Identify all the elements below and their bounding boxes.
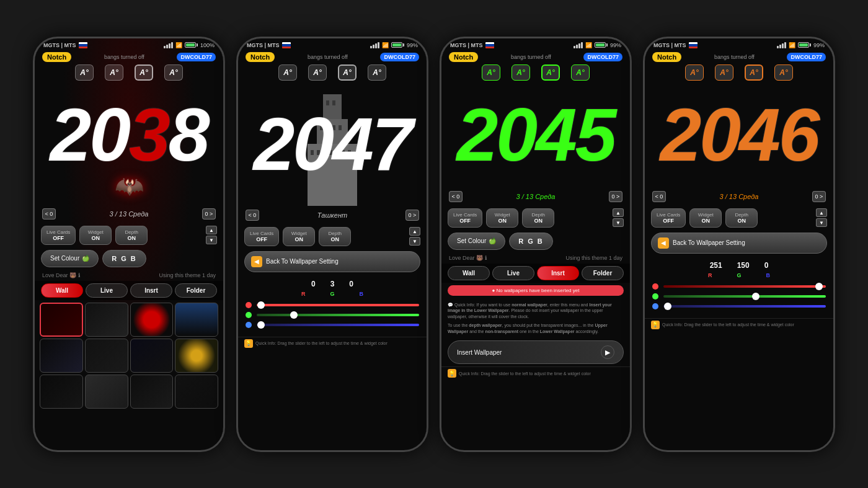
- dwcold-badge-1[interactable]: DWCOLD77: [177, 53, 216, 61]
- insert-wallpaper-btn-3[interactable]: Insert Wallpaper ▶: [448, 340, 624, 364]
- font-icon-1b[interactable]: A°: [105, 64, 123, 81]
- nav-next-4[interactable]: 0 >: [812, 191, 826, 202]
- font-icon-2c[interactable]: A°: [338, 64, 356, 81]
- depth-btn-4[interactable]: Depth ON: [725, 208, 758, 228]
- tab-wall-1[interactable]: Wall: [41, 283, 83, 298]
- dwcold-badge-2[interactable]: DWCOLD77: [380, 53, 419, 61]
- action-row-1: Set Colour 🍏 R G B: [35, 247, 223, 270]
- arrow-down-3[interactable]: ▼: [613, 218, 624, 227]
- thumb-1-12[interactable]: [175, 375, 218, 409]
- nav-prev-1[interactable]: < 0: [42, 208, 56, 220]
- font-icon-2a[interactable]: A°: [278, 64, 297, 81]
- font-icon-1d[interactable]: A°: [164, 64, 183, 81]
- dwcold-badge-3[interactable]: DWCOLD77: [583, 53, 622, 61]
- slider-b-track-4[interactable]: [663, 305, 826, 308]
- dwcold-badge-4[interactable]: DWCOLD77: [787, 53, 826, 61]
- notch-badge-2[interactable]: Notch: [246, 52, 275, 62]
- slider-b-track-2[interactable]: [257, 324, 419, 326]
- g-value-2: 3: [330, 280, 335, 288]
- nav-prev-2[interactable]: < 0: [246, 210, 259, 221]
- font-icon-4b[interactable]: A°: [715, 64, 733, 81]
- thumb-1-8[interactable]: [175, 339, 218, 373]
- font-icon-2d[interactable]: A°: [368, 64, 386, 81]
- rgb-btn-3[interactable]: R G B: [509, 233, 553, 250]
- font-icon-3a[interactable]: A°: [482, 64, 500, 81]
- widget-btn-4[interactable]: Widget ON: [689, 208, 722, 228]
- thumb-1-10[interactable]: [85, 375, 128, 409]
- tab-wall-3[interactable]: Wall: [448, 266, 490, 280]
- tab-insrt-1[interactable]: Insrt: [130, 283, 172, 298]
- live-cards-btn-4[interactable]: Live Cards OFF: [651, 208, 686, 228]
- set-colour-btn-1[interactable]: Set Colour 🍏: [41, 250, 99, 267]
- arrow-up-1[interactable]: ▲: [206, 226, 217, 234]
- thumb-1-1[interactable]: [40, 303, 83, 337]
- slider-r-thumb-2[interactable]: [257, 301, 265, 309]
- nav-prev-3[interactable]: < 0: [449, 191, 463, 202]
- nav-next-2[interactable]: 0 >: [405, 210, 419, 221]
- font-icon-3c[interactable]: A°: [541, 64, 560, 81]
- thumb-1-5[interactable]: [40, 339, 83, 373]
- depth-btn-3[interactable]: Depth ON: [522, 208, 554, 228]
- arrow-down-2[interactable]: ▼: [409, 237, 420, 246]
- thumb-1-7[interactable]: [130, 339, 174, 373]
- live-cards-label-3: Live Cards: [453, 212, 477, 218]
- live-cards-btn-1[interactable]: Live Cards OFF: [41, 226, 76, 245]
- battery-pct-3: 99%: [610, 42, 621, 48]
- slider-g-thumb-4[interactable]: [752, 293, 760, 300]
- thumb-1-3[interactable]: [130, 303, 174, 337]
- notch-badge-4[interactable]: Notch: [652, 52, 681, 62]
- depth-btn-2[interactable]: Depth ON: [319, 227, 351, 246]
- font-icon-4d[interactable]: A°: [774, 64, 793, 81]
- slider-r-thumb-4[interactable]: [815, 283, 823, 290]
- slider-b-thumb-4[interactable]: [664, 303, 671, 310]
- arrow-down-1[interactable]: ▼: [206, 236, 217, 244]
- font-icon-1a[interactable]: A°: [75, 64, 94, 81]
- font-icon-2b[interactable]: A°: [308, 64, 327, 81]
- arrow-up-4[interactable]: ▲: [816, 208, 827, 217]
- nav-next-3[interactable]: 0 >: [609, 191, 622, 202]
- font-icon-3b[interactable]: A°: [512, 64, 530, 81]
- thumb-1-11[interactable]: [130, 375, 174, 409]
- tab-folder-1[interactable]: Folder: [175, 283, 217, 298]
- widget-btn-2[interactable]: Widget ON: [283, 227, 315, 246]
- slider-r-track-4[interactable]: [663, 285, 826, 288]
- tab-live-1[interactable]: Live: [86, 283, 128, 298]
- set-colour-btn-3[interactable]: Set Colour 🍏: [448, 233, 505, 250]
- thumb-1-6[interactable]: [85, 339, 128, 373]
- live-cards-btn-2[interactable]: Live Cards OFF: [244, 227, 279, 246]
- slider-b-thumb-2[interactable]: [257, 321, 265, 329]
- font-icon-3d[interactable]: A°: [571, 64, 590, 81]
- b-value-2: 0: [349, 280, 353, 288]
- font-icon-1c[interactable]: A°: [135, 64, 153, 81]
- font-icon-4a[interactable]: A°: [685, 64, 704, 81]
- arrow-up-2[interactable]: ▲: [409, 227, 420, 236]
- slider-g-track-4[interactable]: [663, 295, 826, 298]
- widget-btn-1[interactable]: Widget ON: [79, 226, 112, 245]
- rgb-btn-1[interactable]: R G B: [102, 250, 146, 267]
- widget-btn-3[interactable]: Widget ON: [486, 208, 518, 228]
- thumb-1-4[interactable]: [175, 303, 218, 337]
- back-wallpaper-btn-4[interactable]: ◀ Back To Wallpaper Setting: [651, 233, 827, 254]
- depth-btn-1[interactable]: Depth ON: [115, 226, 148, 245]
- notch-badge-1[interactable]: Notch: [42, 52, 71, 62]
- slider-g-track-2[interactable]: [257, 314, 419, 316]
- live-cards-label-4: Live Cards: [657, 212, 680, 218]
- apple-icon-3: 🍏: [489, 237, 496, 244]
- font-icon-4c[interactable]: A°: [745, 64, 763, 81]
- arrow-down-4[interactable]: ▼: [816, 218, 827, 227]
- slider-r-track-2[interactable]: [257, 304, 419, 306]
- tab-live-3[interactable]: Live: [492, 266, 534, 280]
- arrow-up-3[interactable]: ▲: [613, 208, 624, 217]
- thumb-1-2[interactable]: [85, 303, 128, 337]
- live-cards-btn-3[interactable]: Live Cards OFF: [448, 208, 482, 228]
- thumb-1-9[interactable]: [40, 375, 83, 409]
- tab-folder-3[interactable]: Folder: [582, 266, 624, 280]
- tab-insrt-3[interactable]: Insrt: [537, 266, 579, 280]
- notch-badge-3[interactable]: Notch: [449, 52, 478, 62]
- slider-g-thumb-2[interactable]: [290, 311, 298, 319]
- nav-next-1[interactable]: 0 >: [202, 208, 216, 220]
- back-wallpaper-btn-2[interactable]: ◀ Back To Wallpaper Setting: [244, 251, 420, 272]
- nav-prev-4[interactable]: < 0: [652, 191, 666, 202]
- insert-arrow-3[interactable]: ▶: [601, 345, 614, 359]
- flag-ru-2: [282, 42, 291, 48]
